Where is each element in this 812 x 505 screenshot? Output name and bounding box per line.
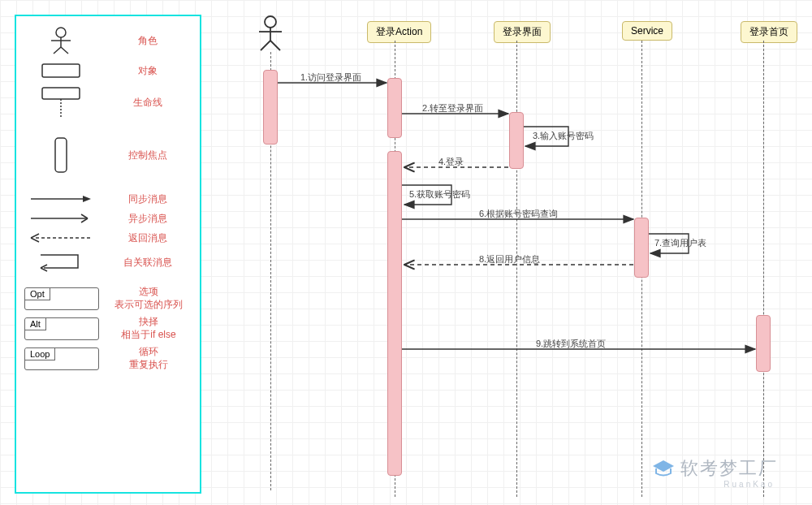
svg-line-23: [270, 41, 280, 50]
lifeline-home: [763, 41, 764, 497]
svg-rect-5: [42, 64, 80, 77]
participant-action: 登录Action: [367, 21, 431, 43]
watermark-text: 软考梦工厂: [680, 456, 778, 481]
legend-object: 对象: [24, 60, 192, 81]
opt-fragment-icon: Opt: [24, 287, 99, 310]
watermark-sub: RuanKao: [723, 480, 775, 489]
activation-ui: [509, 112, 524, 169]
msg-9: 9.跳转到系统首页: [536, 338, 606, 350]
activation-actor: [263, 70, 278, 145]
msg-5: 5.获取账号密码: [409, 188, 470, 201]
legend-opt-label: 选项 表示可选的序列: [106, 286, 192, 311]
alt-fragment-icon: Alt: [24, 317, 99, 340]
legend-actor: 角色: [24, 26, 192, 55]
legend-focus-label: 控制焦点: [104, 149, 192, 162]
legend-focus: 控制焦点: [24, 136, 192, 174]
graduation-cap-icon: [651, 458, 676, 479]
legend-return: 返回消息: [24, 231, 192, 245]
msg-8: 8.返回用户信息: [479, 253, 540, 265]
legend-lifeline-label: 生命线: [104, 96, 192, 110]
legend-panel: 角色 对象 生命线 控制焦点 同步消息 异步消息 返回消息 自关联消息 Opt …: [15, 15, 201, 494]
svg-line-22: [261, 41, 270, 50]
svg-rect-8: [55, 138, 67, 172]
activation-action-2: [387, 151, 402, 476]
activation-service: [634, 218, 649, 278]
svg-point-19: [265, 16, 276, 28]
participant-ui: 登录界面: [494, 21, 551, 43]
legend-sync: 同步消息: [24, 192, 192, 206]
legend-opt: Opt 选项 表示可选的序列: [24, 286, 192, 311]
loop-fragment-icon: Loop: [24, 347, 99, 370]
svg-line-3: [54, 47, 61, 54]
legend-object-label: 对象: [104, 64, 192, 78]
lifeline-ui: [516, 41, 517, 497]
participant-home: 登录首页: [741, 21, 797, 43]
svg-marker-10: [83, 196, 91, 202]
svg-rect-6: [42, 88, 80, 99]
legend-sync-label: 同步消息: [104, 192, 192, 206]
actor-participant-icon: [254, 15, 295, 54]
svg-point-0: [56, 28, 66, 37]
svg-line-4: [61, 47, 68, 54]
legend-loop: Loop 循环 重复执行: [24, 346, 192, 371]
msg-4: 4.登录: [438, 156, 464, 168]
msg-2: 2.转至登录界面: [422, 102, 483, 114]
legend-return-label: 返回消息: [104, 231, 192, 245]
legend-actor-label: 角色: [104, 34, 192, 48]
legend-async: 异步消息: [24, 211, 192, 226]
legend-loop-label: 循环 重复执行: [106, 346, 192, 371]
legend-self-label: 自关联消息: [104, 256, 192, 270]
legend-async-label: 异步消息: [104, 212, 192, 226]
activation-home: [756, 315, 771, 372]
legend-alt: Alt 抉择 相当于if else: [24, 316, 192, 341]
watermark: 软考梦工厂: [651, 456, 778, 481]
actor-icon: [24, 26, 97, 55]
participant-service: Service: [622, 21, 672, 41]
legend-lifeline: 生命线: [24, 86, 192, 119]
legend-self: 自关联消息: [24, 250, 192, 274]
msg-7: 7.查询用户表: [654, 237, 706, 249]
msg-3: 3.输入账号密码: [533, 130, 594, 142]
legend-alt-label: 抉择 相当于if else: [106, 316, 192, 341]
msg-1: 1.访问登录界面: [300, 71, 361, 84]
msg-6: 6.根据账号密码查询: [479, 208, 558, 220]
activation-action-1: [387, 78, 402, 138]
